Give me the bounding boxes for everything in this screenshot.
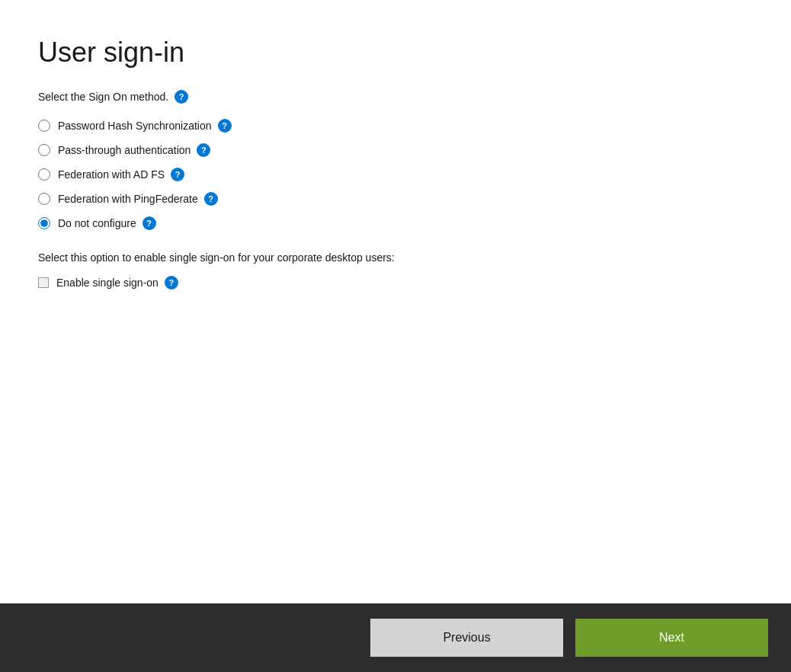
radio-do-not-configure[interactable] — [38, 217, 50, 229]
help-icon-password-hash[interactable]: ? — [218, 119, 232, 133]
enable-sso-checkbox-item[interactable]: Enable single sign-on ? — [38, 276, 753, 290]
help-icon-adfs[interactable]: ? — [171, 168, 184, 181]
sso-section-label: Select this option to enable single sign… — [38, 251, 753, 264]
radio-item-adfs[interactable]: Federation with AD FS ? — [38, 168, 753, 181]
previous-button[interactable]: Previous — [370, 619, 563, 657]
sign-on-section-label: Select the Sign On method. ? — [38, 90, 753, 104]
radio-passthrough[interactable] — [38, 144, 50, 156]
next-button[interactable]: Next — [575, 619, 768, 657]
sign-on-help-icon[interactable]: ? — [175, 90, 188, 104]
radio-password-hash[interactable] — [38, 120, 50, 132]
help-icon-do-not-configure[interactable]: ? — [143, 216, 156, 230]
footer: Previous Next — [0, 603, 791, 672]
radio-do-not-configure-label: Do not configure — [58, 217, 136, 229]
radio-item-pingfederate[interactable]: Federation with PingFederate ? — [38, 192, 753, 206]
help-icon-pingfederate[interactable]: ? — [204, 192, 218, 206]
radio-item-do-not-configure[interactable]: Do not configure ? — [38, 216, 753, 230]
help-icon-passthrough[interactable]: ? — [197, 143, 210, 157]
radio-adfs[interactable] — [38, 168, 50, 181]
radio-pingfederate-label: Federation with PingFederate — [58, 193, 198, 205]
radio-password-hash-label: Password Hash Synchronization — [58, 120, 212, 132]
radio-passthrough-label: Pass-through authentication — [58, 144, 191, 156]
help-icon-sso[interactable]: ? — [165, 276, 178, 290]
main-content: User sign-in Select the Sign On method. … — [0, 0, 791, 603]
radio-group: Password Hash Synchronization ? Pass-thr… — [38, 119, 753, 230]
radio-pingfederate[interactable] — [38, 193, 50, 205]
enable-sso-checkbox[interactable] — [38, 277, 49, 288]
radio-item-password-hash[interactable]: Password Hash Synchronization ? — [38, 119, 753, 133]
radio-item-passthrough[interactable]: Pass-through authentication ? — [38, 143, 753, 157]
page-title: User sign-in — [38, 37, 753, 69]
enable-sso-label: Enable single sign-on — [56, 277, 159, 289]
radio-adfs-label: Federation with AD FS — [58, 168, 165, 181]
